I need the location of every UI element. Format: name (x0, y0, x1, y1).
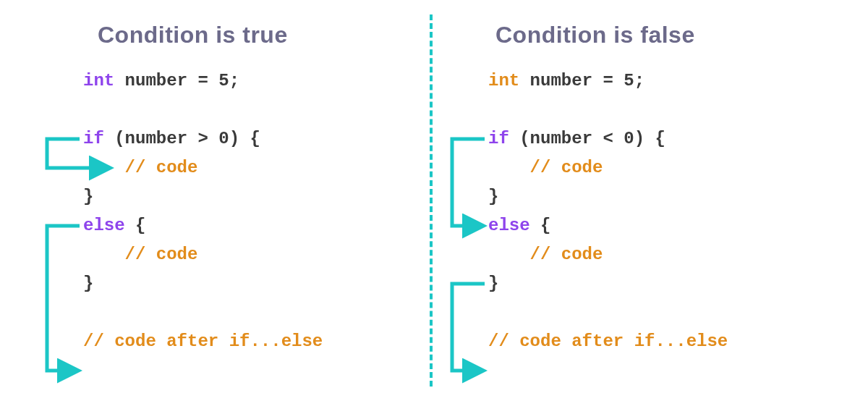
brace-close-1: } (83, 187, 93, 206)
comment-if-body: // code (530, 158, 603, 177)
keyword-else: else (488, 216, 530, 235)
else-open: { (530, 216, 551, 235)
vertical-divider (430, 14, 433, 387)
comment-after: // code after if...else (488, 332, 728, 351)
comment-else-body: // code (125, 245, 198, 264)
brace-close-1: } (488, 187, 498, 206)
brace-close-2: } (488, 274, 498, 293)
decl-text: number = 5; (519, 71, 644, 90)
keyword-if: if (83, 129, 104, 148)
comment-after: // code after if...else (83, 332, 323, 351)
if-cond: (number > 0) { (104, 129, 260, 148)
keyword-if: if (488, 129, 509, 148)
code-block-true: int number = 5; if (number > 0) { // cod… (83, 67, 423, 356)
brace-close-2: } (83, 274, 93, 293)
panel-condition-false: Condition is false int number = 5; if (n… (445, 0, 850, 356)
comment-else-body: // code (530, 245, 603, 264)
else-open: { (125, 216, 146, 235)
code-area-false: int number = 5; if (number < 0) { // cod… (445, 67, 850, 356)
keyword-int: int (488, 71, 519, 90)
keyword-else: else (83, 216, 125, 235)
title-true: Condition is true (98, 22, 423, 48)
title-false: Condition is false (495, 22, 850, 48)
decl-text: number = 5; (114, 71, 239, 90)
keyword-int: int (83, 71, 114, 90)
comment-if-body: // code (125, 158, 198, 177)
code-area-true: int number = 5; if (number > 0) { // cod… (40, 67, 423, 356)
if-cond: (number < 0) { (509, 129, 665, 148)
code-block-false: int number = 5; if (number < 0) { // cod… (488, 67, 850, 356)
panel-condition-true: Condition is true int number = 5; if (nu… (40, 0, 423, 356)
